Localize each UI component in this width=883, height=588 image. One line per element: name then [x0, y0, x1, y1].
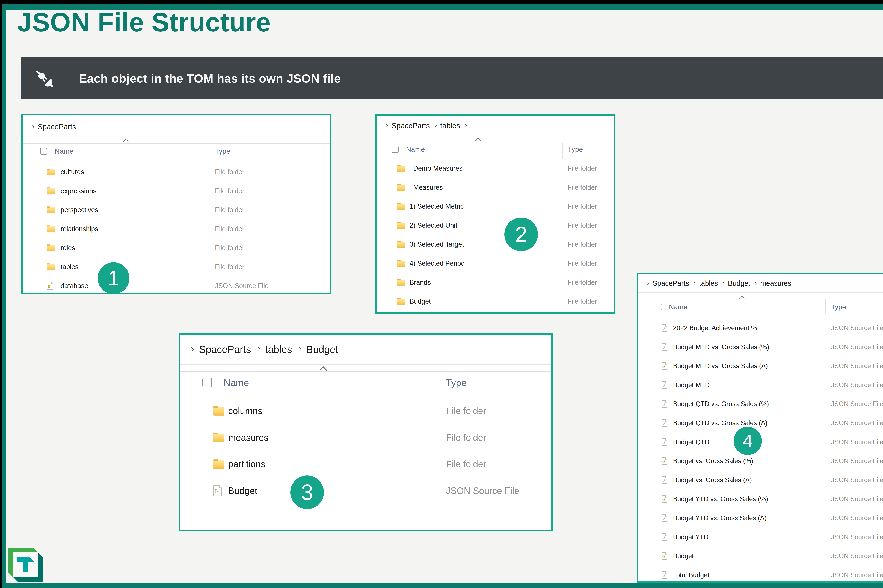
chevron-right-icon — [693, 282, 696, 285]
file-type: File folder — [568, 279, 597, 286]
column-header-type[interactable]: Type — [446, 377, 466, 388]
folder-icon — [397, 261, 405, 267]
file-name: Budget — [673, 552, 694, 560]
file-row[interactable]: columnsFile folder — [180, 398, 551, 424]
file-row[interactable]: _Demo MeasuresFile folder — [376, 159, 614, 178]
chevron-right-icon — [31, 125, 34, 128]
file-row[interactable]: {}Budget YTDJSON Source File — [638, 528, 883, 547]
folder-icon — [397, 165, 405, 172]
breadcrumb-item[interactable]: SpaceParts — [37, 123, 76, 131]
column-header-name[interactable]: Name — [669, 303, 687, 311]
folder-icon — [47, 169, 55, 176]
sort-ascending-icon — [319, 366, 327, 374]
json-braces-glyph: {} — [663, 460, 665, 463]
json-braces-glyph: {} — [214, 488, 218, 494]
file-row[interactable]: expressionsFile folder — [22, 182, 330, 201]
json-file-icon: {} — [47, 282, 53, 290]
breadcrumb-item[interactable]: measures — [760, 279, 792, 287]
file-row[interactable]: {}databaseJSON Source File — [22, 276, 330, 296]
file-name: Budget YTD — [673, 533, 709, 541]
file-row[interactable]: {}Budget MTD vs. Gross Sales (%)JSON Sou… — [638, 338, 883, 357]
file-row[interactable]: {}Budget YTD vs. Gross Sales (%)JSON Sou… — [638, 490, 883, 509]
file-row[interactable]: BudgetFile folder — [376, 292, 614, 311]
column-header-name[interactable]: Name — [223, 377, 249, 388]
file-type: JSON Source File — [831, 495, 883, 503]
file-row[interactable]: {}Budget QTD vs. Gross Sales (%)JSON Sou… — [638, 394, 883, 414]
breadcrumb-item[interactable]: tables — [699, 279, 718, 287]
file-type: File folder — [215, 206, 244, 214]
breadcrumb-item[interactable]: tables — [265, 344, 292, 355]
json-braces-glyph: {} — [663, 384, 665, 387]
column-header-type[interactable]: Type — [215, 147, 230, 155]
divider — [22, 139, 330, 139]
file-row[interactable]: {}BudgetJSON Source File — [638, 546, 883, 566]
file-row[interactable]: 4) Selected PeriodFile folder — [376, 254, 614, 273]
folder-icon — [213, 460, 224, 469]
breadcrumb-item[interactable]: tables — [440, 122, 460, 130]
file-type: JSON Source File — [831, 572, 883, 579]
breadcrumb-item[interactable]: SpaceParts — [652, 279, 689, 287]
file-row[interactable]: BrandsFile folder — [376, 273, 614, 292]
file-row[interactable]: {}Budget vs. Gross Sales (Δ)JSON Source … — [638, 471, 883, 490]
file-row[interactable]: culturesFile folder — [22, 162, 330, 182]
folder-icon — [397, 204, 405, 210]
file-row[interactable]: {}Budget YTD vs. Gross Sales (Δ)JSON Sou… — [638, 508, 883, 528]
chevron-right-icon — [464, 124, 467, 127]
file-row[interactable]: 2) Selected UnitFile folder — [376, 216, 614, 235]
column-header-name[interactable]: Name — [406, 146, 425, 153]
file-row[interactable]: 3) Selected TargetFile folder — [376, 235, 614, 254]
column-header-type[interactable]: Type — [568, 146, 583, 153]
file-name: Total Budget — [673, 572, 709, 579]
breadcrumb-item[interactable]: SpaceParts — [391, 122, 430, 130]
select-all-checkbox[interactable] — [655, 304, 662, 310]
column-header-name[interactable]: Name — [55, 147, 73, 155]
file-name: expressions — [61, 187, 96, 195]
file-row[interactable]: measuresFile folder — [180, 424, 551, 451]
file-row[interactable]: relationshipsFile folder — [22, 219, 330, 238]
file-row[interactable]: _MeasuresFile folder — [376, 178, 614, 197]
file-row[interactable]: {}Budget QTD vs. Gross Sales (Δ)JSON Sou… — [638, 414, 883, 433]
file-row[interactable]: 1) Selected MetricFile folder — [376, 197, 614, 216]
file-name: Budget YTD vs. Gross Sales (%) — [673, 495, 768, 503]
column-header-type[interactable]: Type — [831, 303, 846, 311]
select-all-checkbox[interactable] — [40, 148, 47, 155]
select-all-checkbox[interactable] — [391, 146, 399, 153]
file-type: JSON Source File — [831, 400, 883, 408]
select-all-checkbox[interactable] — [202, 378, 212, 387]
chevron-right-icon — [385, 124, 388, 127]
column-separator — [562, 142, 563, 159]
file-row[interactable]: {}2022 Budget Achievement %JSON Source F… — [638, 318, 883, 338]
step-badge-2: 2 — [504, 218, 538, 251]
file-name: roles — [61, 244, 75, 252]
file-type: File folder — [446, 459, 486, 469]
explorer-panel-3: SpacePartstablesBudgetNameTypecolumnsFil… — [179, 333, 553, 531]
file-row[interactable]: partitionsFile folder — [180, 451, 551, 477]
divider — [376, 141, 614, 141]
breadcrumb-item[interactable]: Budget — [728, 279, 750, 287]
folder-icon — [397, 280, 405, 286]
file-row[interactable]: tablesFile folder — [22, 257, 330, 276]
json-file-icon: {} — [661, 514, 667, 522]
json-braces-glyph: {} — [663, 327, 665, 330]
breadcrumb: SpacePartstables — [376, 116, 614, 136]
divider — [638, 297, 883, 297]
json-file-icon: {} — [661, 362, 667, 370]
file-row[interactable]: {}BudgetJSON Source File — [180, 477, 551, 504]
file-type: JSON Source File — [831, 381, 883, 389]
file-row[interactable]: perspectivesFile folder — [22, 200, 330, 219]
file-type: File folder — [568, 222, 597, 229]
breadcrumb-item[interactable]: Budget — [306, 344, 338, 355]
breadcrumb-item[interactable]: SpaceParts — [199, 344, 251, 355]
step-badge-4: 4 — [734, 427, 762, 455]
file-row[interactable]: rolesFile folder — [22, 238, 330, 257]
file-row[interactable]: {}Total BudgetJSON Source File — [638, 566, 883, 585]
json-braces-glyph: {} — [663, 364, 665, 368]
file-row[interactable]: {}Budget MTDJSON Source File — [638, 375, 883, 394]
file-name: _Measures — [409, 183, 443, 191]
file-row[interactable]: {}Budget MTD vs. Gross Sales (Δ)JSON Sou… — [638, 357, 883, 375]
file-name: Budget — [228, 485, 257, 496]
divider — [638, 292, 883, 293]
file-name: 4) Selected Period — [409, 260, 465, 267]
slide: JSON File Structure Each object in the T… — [0, 0, 883, 588]
file-row[interactable]: {}Budget vs. Gross Sales (%)JSON Source … — [638, 452, 883, 471]
